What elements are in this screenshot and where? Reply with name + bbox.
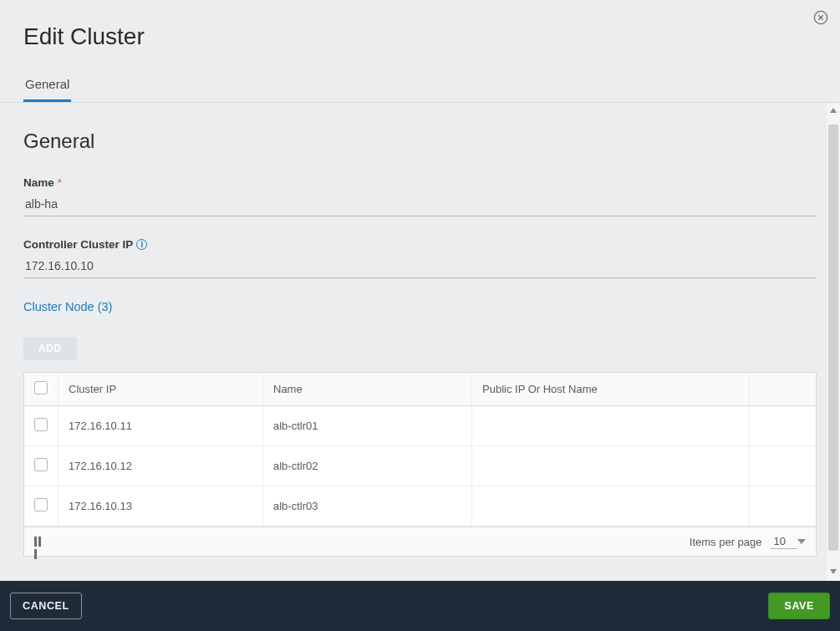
name-input[interactable] xyxy=(23,192,817,216)
edit-cluster-modal: Edit Cluster General General Name* Contr… xyxy=(0,0,840,631)
content-area: General Name* Controller Cluster IP i Cl… xyxy=(0,103,840,581)
tab-general[interactable]: General xyxy=(23,69,71,102)
select-all-checkbox[interactable] xyxy=(34,381,48,394)
footer-bar: CANCEL SAVE xyxy=(0,581,840,631)
modal-header: Edit Cluster xyxy=(0,0,840,50)
add-button[interactable]: ADD xyxy=(23,337,77,360)
col-header-cluster-ip[interactable]: Cluster IP xyxy=(59,373,263,406)
columns-toggle-icon[interactable] xyxy=(34,537,46,547)
controller-ip-label-text: Controller Cluster IP xyxy=(23,238,133,251)
tab-bar: General xyxy=(0,69,840,103)
cell-cluster-ip: 172.16.10.12 xyxy=(59,446,263,486)
col-header-public-ip[interactable]: Public IP Or Host Name xyxy=(472,373,750,406)
cell-public-ip xyxy=(472,486,750,527)
cluster-node-count: 3 xyxy=(101,300,108,313)
row-checkbox[interactable] xyxy=(34,458,48,471)
cell-name: alb-ctlr03 xyxy=(263,486,472,527)
col-header-name[interactable]: Name xyxy=(263,373,472,406)
items-per-page-label: Items per page xyxy=(690,536,762,548)
items-per-page-select[interactable]: 10 xyxy=(771,534,797,549)
cell-cluster-ip: 172.16.10.13 xyxy=(59,486,263,527)
name-label-text: Name xyxy=(23,176,54,189)
pager: Items per page 10 xyxy=(690,534,806,549)
scrollbar[interactable] xyxy=(827,103,840,581)
chevron-down-icon xyxy=(797,539,806,544)
cluster-node-link-text: Cluster Node xyxy=(23,300,94,313)
cancel-button[interactable]: CANCEL xyxy=(10,593,82,619)
row-checkbox[interactable] xyxy=(34,498,48,511)
info-icon[interactable]: i xyxy=(136,239,147,250)
section-title: General xyxy=(23,130,817,153)
required-asterisk: * xyxy=(58,176,62,189)
cell-public-ip xyxy=(472,446,750,486)
table-row: 172.16.10.13 alb-ctlr03 xyxy=(24,486,816,527)
controller-ip-field: Controller Cluster IP i xyxy=(23,238,817,278)
name-label: Name* xyxy=(23,176,817,189)
controller-ip-label: Controller Cluster IP i xyxy=(23,238,817,251)
name-field: Name* xyxy=(23,176,817,216)
cell-name: alb-ctlr01 xyxy=(263,406,472,446)
scroll-thumb[interactable] xyxy=(828,125,838,551)
cell-cluster-ip: 172.16.10.11 xyxy=(59,406,263,446)
cell-name: alb-ctlr02 xyxy=(263,446,472,486)
controller-ip-input[interactable] xyxy=(23,254,817,278)
row-checkbox[interactable] xyxy=(34,418,48,431)
cluster-node-table: Cluster IP Name Public IP Or Host Name 1… xyxy=(23,372,817,557)
table-footer: Items per page 10 xyxy=(24,527,816,556)
table-row: 172.16.10.12 alb-ctlr02 xyxy=(24,446,816,486)
save-button[interactable]: SAVE xyxy=(768,593,830,619)
table-header-row: Cluster IP Name Public IP Or Host Name xyxy=(24,373,816,406)
scroll-up-icon[interactable] xyxy=(830,108,837,114)
cell-public-ip xyxy=(472,406,750,446)
modal-title: Edit Cluster xyxy=(23,23,817,50)
close-icon[interactable] xyxy=(813,10,828,25)
scroll-down-icon[interactable] xyxy=(830,569,837,576)
table-row: 172.16.10.11 alb-ctlr01 xyxy=(24,406,816,446)
cluster-node-link[interactable]: Cluster Node (3) xyxy=(23,300,817,313)
